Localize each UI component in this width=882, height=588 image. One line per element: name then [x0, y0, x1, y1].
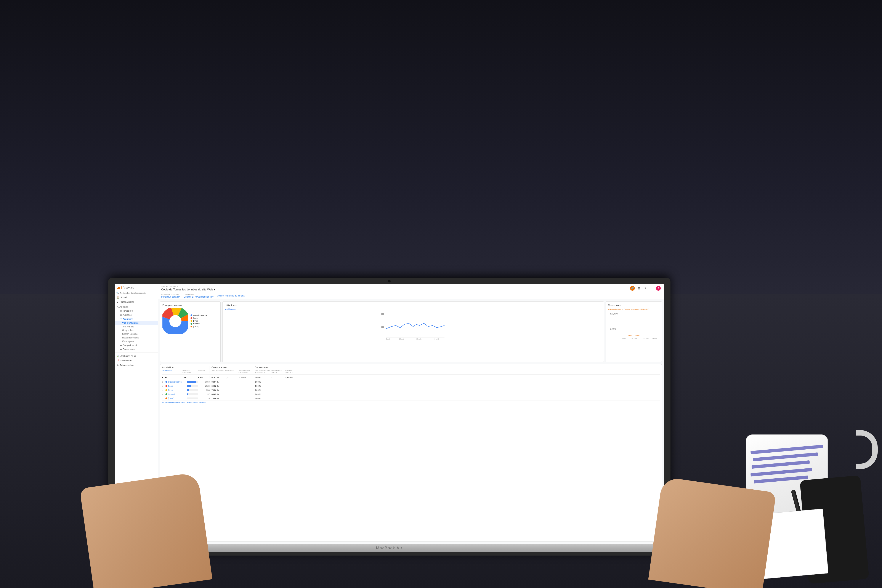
sidebar-item-personalisation[interactable]: ▶ Personalisation [115, 300, 158, 304]
sidebar-item-accueil[interactable]: 🏠 Accueil [115, 295, 158, 300]
channel-name-4[interactable]: Referral [168, 393, 186, 395]
comportement-section-header: Comportement Taux de rebond Pages/sess… … [210, 366, 253, 373]
conversions-col-headers: Taux de conversion de l'objectif 1 Réali… [255, 369, 660, 373]
channel-name-2[interactable]: Social [168, 385, 186, 387]
mug-stripe-5 [754, 476, 808, 483]
legend-direct: Direct [190, 320, 207, 322]
utilisateurs-low: 200 [381, 326, 384, 328]
conv-date2: 10 août [632, 338, 636, 339]
help-icon[interactable]: ? [643, 286, 648, 291]
rebond-5: 75,00 % [212, 397, 225, 399]
chart-conversions-top: Conversions ● Newsletter sign in (Taux d… [606, 302, 662, 362]
footer-note[interactable]: Pour afficher l'ensemble des 5 Canaux, v… [162, 402, 660, 404]
sidebar-item-reseaux-sociaux[interactable]: Réseaux sociaux [115, 336, 158, 339]
avatar[interactable]: A [656, 286, 661, 291]
acq-row2: 2 Social 1 525 [162, 385, 210, 387]
right-hand [648, 477, 776, 588]
acq-col-users: Utilisateurs ↕ [162, 369, 182, 373]
bar-bg-5 [187, 398, 198, 399]
bar-bg-3 [187, 389, 198, 391]
total-sessions: 8 100 [198, 376, 207, 378]
target-icon: ◉ [120, 348, 122, 351]
conv-total-valeur: 0,00 $US [285, 376, 297, 378]
conv-taux-2: 0,00 % [255, 385, 270, 387]
sidebar-item-comportement[interactable]: ◉ Comportement [115, 343, 158, 347]
sidebar-item-acquisition[interactable]: ▼ Acquisition [115, 317, 158, 321]
conversions-top-title: Conversions [608, 304, 660, 306]
sidebar-item-google-ads[interactable]: Google Ads [115, 328, 158, 332]
utilisateurs-metric-label: ● Utilisateurs [225, 308, 602, 310]
bar-fill-1 [187, 381, 196, 383]
rebond-2: 80,32 % [212, 385, 225, 387]
conv-date3: 17 août [644, 338, 648, 339]
users-val-3: 556 [201, 389, 210, 391]
personalisation-label: Personalisation [120, 301, 134, 303]
left-hand [80, 472, 212, 588]
laptop-camera [388, 280, 391, 282]
legend-dot-social [190, 317, 192, 319]
total-new-users: 7 041 [183, 376, 196, 378]
bar-bg-4 [187, 393, 198, 395]
top-icons: 🔗 ⊞ ? ⋮ A [630, 286, 661, 291]
sidebar-item-audience[interactable]: ◉ Audience [115, 313, 158, 317]
dimension-select[interactable]: Principaux canaux ▾ [161, 296, 181, 298]
sidebar-logo: Analytics [115, 284, 158, 291]
table-card: Acquisition Utilisateurs ↕ Nouveaux util… [160, 364, 662, 542]
user-icon: ▶ [117, 301, 118, 303]
conv-total-taux: 0,00 % [255, 376, 270, 378]
more-icon[interactable]: ⋮ [650, 286, 654, 291]
rank4: 4 [162, 393, 165, 395]
color-dot-1 [165, 381, 167, 383]
main-content: Tous les comptes > ... Copie de Toutes l… [158, 284, 664, 544]
edit-channels-link[interactable]: Modifier le groupe de canaux [217, 294, 244, 297]
comp-row4: 83,65 % [210, 393, 253, 395]
sidebar-search-container[interactable]: 🔍 [115, 291, 158, 295]
conv-total-real: 0 [271, 376, 284, 378]
duree-1 [238, 381, 253, 383]
table-row: 4 Referral 97 [162, 392, 660, 396]
sidebar-item-conversions[interactable]: ◉ Conversions [115, 347, 158, 351]
sidebar-item-search-console[interactable]: Search Console [115, 332, 158, 336]
conv-taux-4: 0,00 % [255, 393, 270, 395]
totals-row: 7 168 7 041 8 100 81,81 % 1,35 00:01:00 [162, 376, 660, 380]
bar-fill-2 [187, 385, 191, 387]
sidebar-item-decouverte[interactable]: 📍 Découverte [115, 358, 158, 363]
utilisateurs-date1: 5 août [386, 338, 390, 339]
sidebar-item-attribution[interactable]: 📊 Attribution NEW [115, 354, 158, 358]
table-header: Acquisition Utilisateurs ↕ Nouveaux util… [162, 366, 660, 375]
accueil-label: Accueil [120, 296, 128, 298]
acquisition-section-title: Acquisition [162, 366, 210, 369]
svg-text:0,00 %: 0,00 % [610, 328, 616, 330]
grid-icon[interactable]: ⊞ [636, 286, 641, 291]
sidebar-item-campagnes[interactable]: Campagnes [115, 339, 158, 343]
share-icon-button[interactable]: 🔗 [630, 286, 635, 291]
mug-stripe-3 [752, 460, 810, 469]
bar-wrap-1 [187, 381, 200, 383]
bar-bg-2 [187, 385, 198, 387]
utilisateurs-chart: 400 200 5 août 10 août 17 août 24 août [225, 311, 602, 339]
legend-referral: Referral [190, 322, 207, 325]
comp-col-duree: Durée moyenne des sessions [238, 369, 253, 373]
conversion-select[interactable]: Objectif 1 : Newsletter sign in ▾ [184, 296, 213, 298]
comportement-section-title: Comportement [212, 366, 253, 369]
sidebar-item-temps-reel[interactable]: ◉ Temps réel [115, 309, 158, 313]
rebond-4: 83,65 % [212, 393, 225, 395]
channel-name-1[interactable]: Organic Search [168, 381, 186, 383]
conv-valeur-1 [285, 381, 297, 383]
color-dot-5 [165, 398, 167, 399]
sidebar-item-tout-trafic[interactable]: Tout le trafic [115, 325, 158, 328]
table-row: 5 (Other) 3 [162, 396, 660, 400]
channel-name-3[interactable]: Direct [168, 389, 186, 391]
bar3 [119, 287, 120, 289]
pie-chart-container: Organic Search Social Direct [162, 308, 218, 334]
rank1: 1 [162, 381, 165, 383]
legend-label-social: Social [193, 317, 198, 319]
breadcrumb: Tous les comptes > ... [161, 285, 215, 287]
legend-label-other: (Other) [193, 326, 200, 328]
channel-name-5[interactable]: (Other) [168, 397, 186, 399]
search-input[interactable] [120, 292, 156, 294]
comp-total-pages: 1,35 [225, 376, 237, 378]
sidebar-item-administration[interactable]: ⚙ Administration [115, 363, 158, 368]
chart-principaux-canaux: Principaux canaux [160, 302, 220, 362]
sidebar-item-vue-ensemble[interactable]: Vue d'ensemble [115, 321, 158, 325]
